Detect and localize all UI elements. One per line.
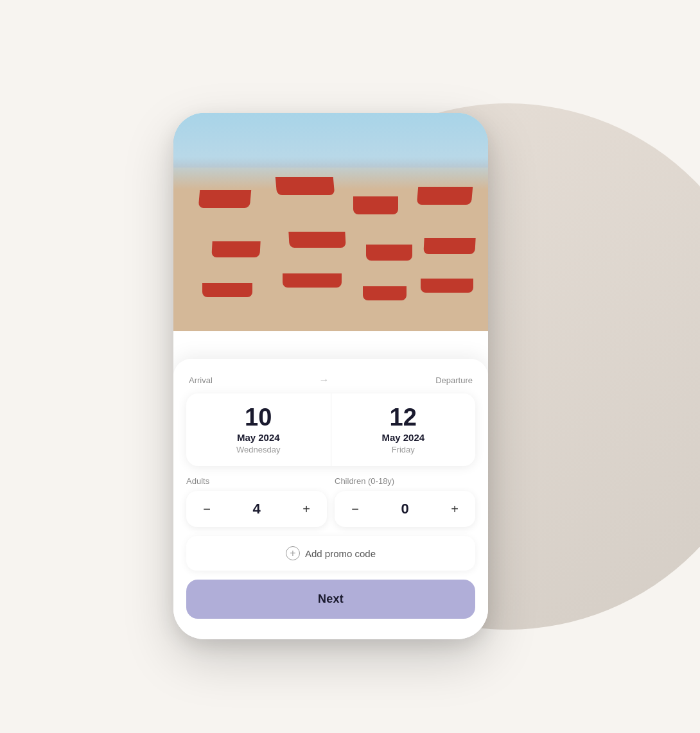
- arrival-month-year: May 2024: [193, 432, 324, 443]
- children-stepper: − 0 +: [335, 491, 475, 527]
- awning: [288, 232, 346, 248]
- awning: [202, 283, 252, 297]
- booking-card: Arrival → Departure 10 May 2024 Wednesda…: [173, 359, 488, 639]
- departure-date-option[interactable]: 12 May 2024 Friday: [331, 393, 476, 466]
- adults-label: Adults: [186, 476, 327, 486]
- awning: [353, 196, 398, 214]
- departure-label: Departure: [435, 375, 473, 385]
- hotel-image: [173, 113, 488, 331]
- promo-plus-icon: +: [286, 546, 300, 560]
- date-header: Arrival → Departure: [186, 374, 475, 386]
- awning: [417, 187, 473, 205]
- adults-increment-button[interactable]: +: [297, 500, 315, 518]
- awning: [198, 190, 251, 208]
- departure-weekday: Friday: [338, 445, 469, 454]
- adults-group: Adults − 4 +: [186, 476, 327, 527]
- awning: [421, 279, 473, 293]
- awning: [283, 273, 342, 288]
- awning: [366, 245, 412, 261]
- arrow-icon: →: [213, 374, 435, 386]
- children-group: Children (0-18y) − 0 +: [335, 476, 475, 527]
- children-value: 0: [396, 501, 415, 517]
- arrival-label: Arrival: [189, 375, 213, 385]
- arrival-weekday: Wednesday: [193, 445, 324, 454]
- departure-month-year: May 2024: [338, 432, 469, 443]
- date-selector[interactable]: 10 May 2024 Wednesday 12 May 2024 Friday: [186, 393, 475, 466]
- promo-label: Add promo code: [305, 548, 376, 559]
- departure-day: 12: [338, 405, 469, 429]
- awning: [423, 238, 475, 254]
- awning: [276, 177, 335, 195]
- promo-code-section[interactable]: + Add promo code: [186, 536, 475, 571]
- children-decrement-button[interactable]: −: [346, 500, 364, 518]
- arrival-date-option[interactable]: 10 May 2024 Wednesday: [186, 393, 331, 466]
- children-label: Children (0-18y): [335, 476, 475, 486]
- adults-decrement-button[interactable]: −: [198, 500, 216, 518]
- awning: [363, 286, 407, 300]
- awning: [211, 241, 260, 257]
- phone-mockup: Arrival → Departure 10 May 2024 Wednesda…: [173, 113, 488, 639]
- guests-section: Adults − 4 + Children (0-18y) − 0 +: [186, 476, 475, 527]
- children-increment-button[interactable]: +: [446, 500, 464, 518]
- next-button[interactable]: Next: [186, 580, 475, 619]
- adults-value: 4: [247, 501, 267, 517]
- guests-row: Adults − 4 + Children (0-18y) − 0 +: [186, 476, 475, 527]
- arrival-day: 10: [193, 405, 324, 429]
- adults-stepper: − 4 +: [186, 491, 327, 527]
